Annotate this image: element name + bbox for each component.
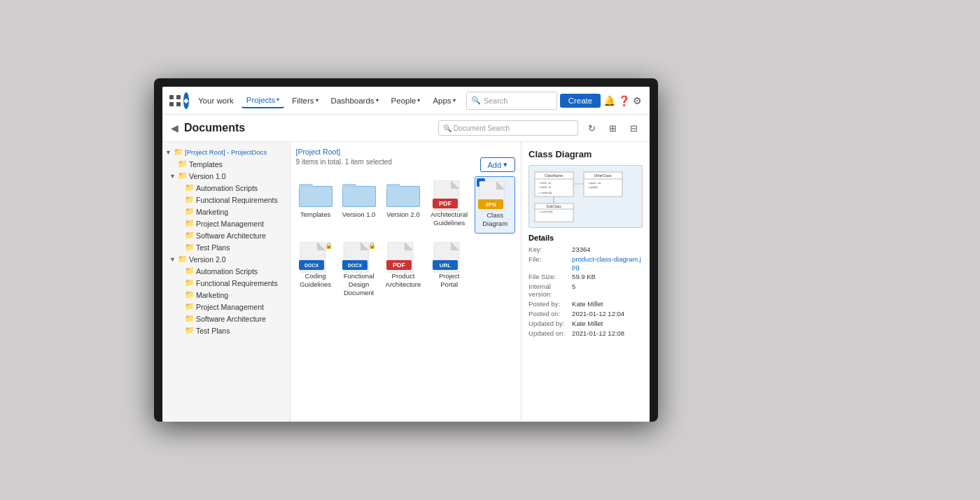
folder-icon: 📁 [178, 171, 188, 180]
svg-text:- field2: str: - field2: str [538, 185, 552, 189]
sidebar-item-test2[interactable]: 📁 Test Plans [162, 324, 290, 336]
detail-row-file: File: product-class-diagram.jpg [528, 255, 643, 271]
folder-icon: 📁 [174, 148, 183, 157]
docx-icon: DOCX 🔒 [342, 242, 376, 270]
folder-icon [299, 180, 332, 208]
nav-filters[interactable]: Filters ▾ [287, 94, 323, 108]
file-item-func-design[interactable]: DOCX 🔒 Functional Design Document [340, 238, 379, 302]
detail-label: Updated by: [528, 320, 570, 327]
detail-row-version: Internal version: 5 [528, 283, 643, 298]
expand-icon: ▼ [169, 173, 176, 180]
file-name: Architectural Guidelines [430, 210, 468, 228]
sidebar-item-version20[interactable]: ▼ 📁 Version 2.0 [162, 253, 290, 265]
sidebar-item-label: Automation Scripts [196, 267, 258, 276]
sidebar-item-label: Software Architecture [196, 315, 266, 323]
sidebar-item-marketing2[interactable]: 📁 Marketing [162, 289, 290, 301]
detail-label: Updated on: [528, 329, 570, 337]
svg-text:- field1: int: - field1: int [538, 181, 552, 185]
sidebar-item-label: Templates [189, 160, 223, 169]
settings-icon[interactable]: ⚙ [633, 92, 642, 110]
file-name: Version 2.0 [386, 210, 420, 219]
sidebar-item-templates[interactable]: 📁 Templates [162, 158, 290, 170]
sidebar-tree: ▼ 📁 [Project Root] - ProjectDocs 📁 Templ… [162, 142, 290, 422]
sidebar-item-version10[interactable]: ▼ 📁 Version 1.0 [162, 170, 290, 182]
svg-rect-0 [169, 95, 174, 99]
filters-chevron: ▾ [316, 97, 318, 103]
file-item-arch-guidelines[interactable]: PDF Architectural Guidelines [428, 176, 470, 234]
file-item-version20[interactable]: Version 2.0 [383, 176, 424, 234]
back-arrow[interactable]: ◀ [171, 122, 178, 134]
grid-icon[interactable] [169, 93, 181, 108]
view-grid-icon[interactable]: ⊞ [605, 120, 620, 136]
add-chevron: ▾ [503, 160, 507, 169]
sidebar-item-sw1[interactable]: 📁 Software Architecture [162, 229, 290, 241]
file-item-product-arch[interactable]: PDF Product Architecture [383, 238, 424, 302]
sidebar-item-label: Software Architecture [196, 231, 266, 240]
detail-label: File Size: [528, 273, 570, 280]
folder-icon: 📁 [185, 231, 195, 240]
svg-text:PDF: PDF [393, 262, 406, 269]
detail-row-updated-by: Updated by: Kate Millet [528, 320, 643, 327]
details-label: Details [528, 234, 643, 242]
sidebar-item-sw2[interactable]: 📁 Software Architecture [162, 313, 290, 324]
doc-header: ◀ Documents 🔍 Document Search ↻ ⊞ ⊟ [162, 115, 650, 142]
file-item-class-diagram[interactable]: JPG Class Diagram [475, 176, 515, 234]
sidebar-item-label: Test Plans [196, 327, 230, 335]
doc-search-box[interactable]: 🔍 Document Search [438, 120, 578, 136]
help-icon[interactable]: ❓ [618, 92, 630, 110]
detail-row-updated-on: Updated on: 2021-01-12 12:08 [528, 329, 643, 337]
file-item-coding-guidelines[interactable]: DOCX 🔒 Coding Guidelines [296, 238, 335, 302]
add-button[interactable]: Add ▾ [480, 157, 516, 172]
panel-preview: ClassName - field1: int - field2: str + … [528, 165, 643, 228]
detail-label: Posted by: [528, 300, 570, 308]
search-input[interactable] [484, 97, 554, 105]
detail-label: Posted on: [528, 310, 570, 317]
apps-chevron: ▾ [453, 97, 456, 103]
file-grid: Templates Version 1.0 [296, 176, 516, 302]
file-item-project-portal[interactable]: URL Project Portal [428, 238, 470, 302]
folder-icon: 📁 [185, 219, 195, 228]
global-search[interactable]: 🔍 [466, 92, 557, 110]
projects-chevron: ▾ [276, 97, 279, 103]
sidebar-item-test1[interactable]: 📁 Test Plans [162, 241, 290, 253]
sidebar-item-label: Functional Requirements [196, 196, 278, 204]
refresh-icon[interactable]: ↻ [584, 120, 599, 136]
file-item-templates[interactable]: Templates [296, 176, 335, 234]
app-logo[interactable] [183, 92, 189, 109]
navbar: Your work Projects ▾ Filters ▾ Dashboard… [162, 87, 650, 115]
people-chevron: ▾ [417, 97, 420, 103]
nav-people[interactable]: People ▾ [386, 94, 426, 108]
view-options-icon[interactable]: ⊟ [626, 120, 641, 136]
file-name: Project Portal [430, 272, 468, 290]
file-name: Templates [300, 210, 330, 219]
detail-value: 5 [572, 283, 643, 298]
breadcrumb[interactable]: [Project Root] [296, 148, 516, 156]
sidebar-item-auto1[interactable]: 📁 Automation Scripts [162, 182, 290, 194]
detail-value: 2021-01-12 12:08 [572, 329, 643, 337]
folder-icon: 📁 [185, 314, 195, 323]
docx-icon: DOCX 🔒 [299, 242, 332, 270]
sidebar-item-root[interactable]: ▼ 📁 [Project Root] - ProjectDocs [162, 146, 290, 158]
svg-text:DOCX: DOCX [347, 263, 362, 268]
sidebar-item-pm1[interactable]: 📁 Project Management [162, 217, 290, 229]
sidebar-item-func1[interactable]: 📁 Functional Requirements [162, 194, 290, 206]
pdf-icon: PDF [386, 242, 420, 270]
sidebar-item-label: Test Plans [196, 243, 230, 252]
nav-dashboards[interactable]: Dashboards ▾ [326, 94, 384, 108]
detail-file-link[interactable]: product-class-diagram.jpg [572, 255, 643, 271]
url-icon: URL [433, 242, 466, 270]
sidebar-item-auto2[interactable]: 📁 Automation Scripts [162, 265, 290, 277]
file-name: Class Diagram [478, 211, 512, 229]
create-button[interactable]: Create [560, 94, 601, 108]
notifications-icon[interactable]: 🔔 [603, 92, 615, 110]
nav-apps[interactable]: Apps ▾ [428, 94, 460, 108]
doc-search-icon: 🔍 [443, 124, 451, 132]
file-item-version10[interactable]: Version 1.0 [340, 176, 379, 234]
sidebar-item-marketing1[interactable]: 📁 Marketing [162, 206, 290, 217]
folder-icon [342, 180, 376, 208]
sidebar-item-pm2[interactable]: 📁 Project Management [162, 301, 290, 313]
nav-projects[interactable]: Projects ▾ [241, 93, 285, 108]
sidebar-item-func2[interactable]: 📁 Functional Requirements [162, 277, 290, 289]
nav-your-work[interactable]: Your work [193, 94, 239, 108]
monitor: Your work Projects ▾ Filters ▾ Dashboard… [154, 78, 658, 422]
